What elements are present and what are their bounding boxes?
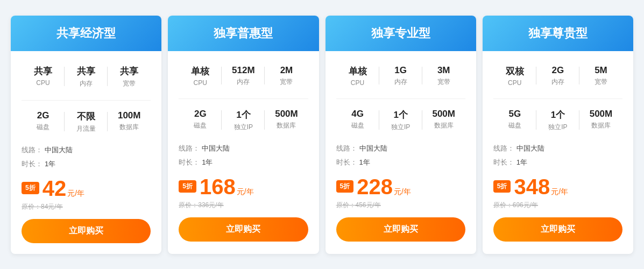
route-label: 线路： [336,144,357,153]
specs-row1: 双核CPU2G内存5M宽带 [493,61,622,91]
price-section: 5折168元/年 [179,176,308,197]
price-wrap: 42元/年 [43,178,84,199]
card-exclusive-pro: 独享专业型单核CPU1G内存3M宽带4G磁盘1个独立IP500M数据库线路：中国… [325,16,476,254]
spec-item: 1个独立IP [536,104,579,136]
original-price: 原价：84元/年 [22,202,151,211]
spec-label: 数据库 [434,121,454,130]
spec-value: 1个 [393,109,407,121]
spec-label: 内存 [80,79,93,88]
spec-item: 100M数据库 [108,106,151,138]
spec-item: 1个独立IP [222,104,265,136]
spec-item: 单核CPU [336,61,379,91]
duration-value: 1年 [516,158,527,167]
spec-label: 磁盘 [351,121,364,130]
spec-item: 5M宽带 [579,61,622,91]
spec-value: 共享 [120,65,138,77]
price-unit: 元/年 [67,189,84,197]
spec-label: CPU [351,79,364,87]
spec-item: 单核CPU [179,61,222,91]
card-exclusive-premium: 独享尊贵型双核CPU2G内存5M宽带5G磁盘1个独立IP500M数据库线路：中国… [483,16,633,254]
cards-container: 共享经济型共享CPU共享内存共享宽带2G磁盘不限月流量100M数据库线路：中国大… [11,16,633,254]
duration-value: 1年 [359,158,370,167]
route-row: 线路：中国大陆 [22,145,151,155]
spec-value: 2G [194,109,207,119]
card-body: 共享CPU共享内存共享宽带2G磁盘不限月流量100M数据库线路：中国大陆时长：1… [11,51,161,254]
spec-label: CPU [508,79,521,87]
spec-value: 2G [37,110,49,121]
specs-row1: 单核CPU1G内存3M宽带 [336,61,465,91]
discount-badge: 5折 [22,182,39,194]
route-row: 线路：中国大陆 [336,144,465,153]
card-header: 独享普惠型 [168,16,319,51]
route-label: 线路： [493,144,514,153]
buy-button[interactable]: 立即购买 [179,217,308,242]
duration-value: 1年 [202,158,213,167]
duration-label: 时长： [22,159,43,169]
spec-label: CPU [194,79,207,87]
spec-item: 2G内存 [536,61,579,91]
price-section: 5折228元/年 [336,176,465,197]
spec-item: 共享内存 [65,61,108,93]
price-unit: 元/年 [237,187,254,196]
route-row: 线路：中国大陆 [493,144,622,153]
spec-label: 磁盘 [37,123,49,132]
duration-row: 时长：1年 [179,158,308,167]
spec-value: 4G [351,109,364,119]
spec-value: 5M [595,65,607,76]
duration-label: 时长： [493,158,514,167]
spec-item: 4G磁盘 [336,104,379,136]
card-body: 单核CPU512M内存2M宽带2G磁盘1个独立IP500M数据库线路：中国大陆时… [168,51,319,252]
spec-item: 双核CPU [493,61,536,91]
price-main: 348 [514,175,550,199]
discount-badge: 5折 [179,180,196,193]
price-main: 228 [357,175,393,199]
specs-row2: 2G磁盘1个独立IP500M数据库 [179,104,308,136]
divider [179,98,308,99]
spec-value: 500M [590,109,613,119]
spec-item: 3M宽带 [422,61,465,91]
duration-label: 时长： [179,158,200,167]
spec-label: 宽带 [123,79,136,88]
spec-label: 数据库 [591,121,611,130]
spec-value: 不限 [77,110,95,123]
divider [336,98,465,99]
spec-item: 500M数据库 [579,104,622,136]
spec-value: 100M [118,110,141,121]
route-label: 线路： [22,145,43,155]
route-value: 中国大陆 [359,144,387,153]
spec-value: 3M [437,65,450,76]
card-exclusive-economy: 独享普惠型单核CPU512M内存2M宽带2G磁盘1个独立IP500M数据库线路：… [168,16,319,254]
route-label: 线路： [179,144,200,153]
specs-row1: 单核CPU512M内存2M宽带 [179,61,308,91]
buy-button[interactable]: 立即购买 [493,217,622,242]
divider [22,100,151,101]
divider [493,98,622,99]
card-header: 共享经济型 [11,16,161,51]
spec-value: 500M [432,109,455,119]
spec-item: 2G磁盘 [22,106,65,138]
spec-value: 500M [275,109,298,119]
card-header: 独享尊贵型 [483,16,633,51]
duration-label: 时长： [336,158,357,167]
spec-label: 数据库 [277,121,296,130]
card-body: 单核CPU1G内存3M宽带4G磁盘1个独立IP500M数据库线路：中国大陆时长：… [325,51,476,252]
price-unit: 元/年 [551,187,568,196]
spec-value: 1个 [236,109,250,121]
route-value: 中国大陆 [516,144,544,153]
specs-row2: 4G磁盘1个独立IP500M数据库 [336,104,465,136]
specs-row2: 2G磁盘不限月流量100M数据库 [22,106,151,138]
duration-row: 时长：1年 [22,159,151,169]
buy-button[interactable]: 立即购买 [22,219,151,243]
spec-label: 内存 [237,77,250,87]
price-wrap: 168元/年 [200,176,254,197]
price-wrap: 228元/年 [357,176,411,197]
spec-label: 月流量 [76,124,96,133]
duration-row: 时长：1年 [336,158,465,167]
spec-value: 2M [280,65,293,76]
spec-item: 1G内存 [379,61,422,91]
spec-item: 500M数据库 [422,104,465,136]
spec-value: 单核 [349,65,367,77]
spec-value: 2G [552,65,564,76]
buy-button[interactable]: 立即购买 [336,217,465,242]
route-value: 中国大陆 [202,144,230,153]
